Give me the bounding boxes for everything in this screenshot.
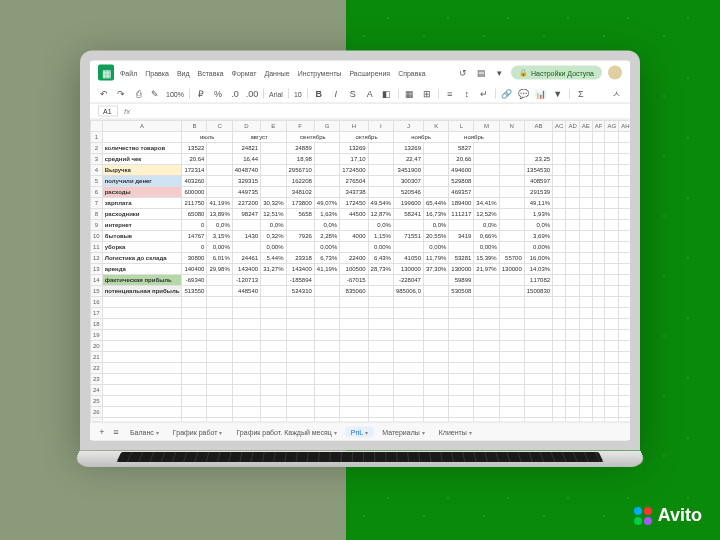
menu-format[interactable]: Формат [232, 69, 257, 76]
menu-extensions[interactable]: Расширения [349, 69, 390, 76]
tab-materials[interactable]: Материалы ▾ [376, 426, 430, 437]
comment-icon[interactable]: ▤ [475, 67, 487, 79]
decimal-dec-icon[interactable]: .0 [229, 88, 241, 100]
add-sheet-icon[interactable]: + [96, 426, 108, 438]
bold-icon[interactable]: B [313, 88, 325, 100]
share-button[interactable]: 🔒 Настройки Доступа [511, 66, 602, 80]
tab-schedule[interactable]: График работ ▾ [167, 426, 229, 437]
tab-balance[interactable]: Баланс ▾ [124, 426, 165, 437]
chart-icon[interactable]: 📊 [535, 88, 547, 100]
filter-icon[interactable]: ▼ [552, 88, 564, 100]
formula-bar: A1 fx [90, 104, 630, 120]
name-box[interactable]: A1 [98, 106, 118, 117]
toolbar: ↶ ↷ ⎙ ✎ 100% ₽ % .0 .00 Arial 10 B I S A… [90, 85, 630, 104]
strike-icon[interactable]: S [347, 88, 359, 100]
functions-icon[interactable]: Σ [575, 88, 587, 100]
menu-tools[interactable]: Инструменты [298, 69, 342, 76]
fillcolor-icon[interactable]: ◧ [381, 88, 393, 100]
print-icon[interactable]: ⎙ [132, 88, 144, 100]
title-bar: ▦ Файл Правка Вид Вставка Формат Данные … [90, 61, 630, 85]
zoom-select[interactable]: 100% [166, 90, 184, 97]
menu-help[interactable]: Справка [398, 69, 425, 76]
tab-clients[interactable]: Клиенты ▾ [433, 426, 478, 437]
paint-icon[interactable]: ✎ [149, 88, 161, 100]
more-icon[interactable]: ㅅ [610, 88, 622, 100]
merge-icon[interactable]: ⊞ [421, 88, 433, 100]
redo-icon[interactable]: ↷ [115, 88, 127, 100]
italic-icon[interactable]: I [330, 88, 342, 100]
halign-icon[interactable]: ≡ [444, 88, 456, 100]
fx-icon: fx [124, 107, 130, 116]
sheet-tabs: + ≡ Баланс ▾ График работ ▾ График работ… [90, 422, 630, 441]
avatar[interactable] [608, 66, 622, 80]
tab-schedule-monthly[interactable]: График работ. Каждый месяц ▾ [230, 426, 342, 437]
meet-icon[interactable]: ▾ [493, 67, 505, 79]
sheets-logo-icon: ▦ [98, 65, 114, 81]
menu-data[interactable]: Данные [264, 69, 289, 76]
currency-icon[interactable]: ₽ [195, 88, 207, 100]
font-select[interactable]: Arial [269, 90, 283, 97]
textcolor-icon[interactable]: A [364, 88, 376, 100]
wrap-icon[interactable]: ↵ [478, 88, 490, 100]
history-icon[interactable]: ↺ [457, 67, 469, 79]
spreadsheet-grid[interactable]: ABCDEFGHIJKLMNABACADAEAFAGAHAIAJ1июльавг… [90, 120, 630, 422]
borders-icon[interactable]: ▦ [404, 88, 416, 100]
decimal-inc-icon[interactable]: .00 [246, 88, 258, 100]
menu-view[interactable]: Вид [177, 69, 190, 76]
fontsize-select[interactable]: 10 [294, 90, 302, 97]
link-icon[interactable]: 🔗 [501, 88, 513, 100]
menu-insert[interactable]: Вставка [198, 69, 224, 76]
insert-comment-icon[interactable]: 💬 [518, 88, 530, 100]
undo-icon[interactable]: ↶ [98, 88, 110, 100]
tab-pnl[interactable]: PnL ▾ [345, 426, 374, 437]
menu-file[interactable]: Файл [120, 69, 137, 76]
menu-edit[interactable]: Правка [145, 69, 169, 76]
valign-icon[interactable]: ↕ [461, 88, 473, 100]
avito-watermark: Avito [634, 505, 702, 526]
menu-bar: Файл Правка Вид Вставка Формат Данные Ин… [120, 69, 426, 76]
all-sheets-icon[interactable]: ≡ [110, 426, 122, 438]
percent-icon[interactable]: % [212, 88, 224, 100]
